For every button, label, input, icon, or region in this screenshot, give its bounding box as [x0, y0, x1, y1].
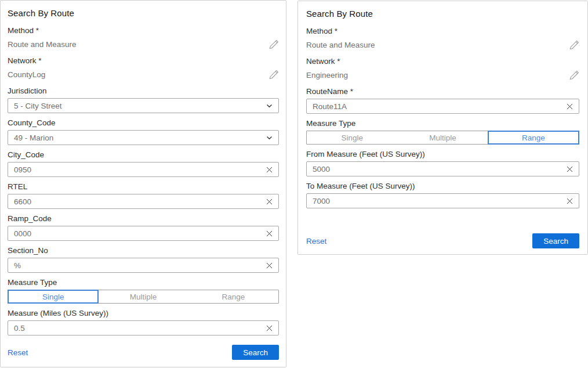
jurisdiction-select[interactable]: 5 - City Street	[8, 98, 279, 113]
jurisdiction-field: Jurisdiction 5 - City Street	[8, 86, 279, 113]
measure-type-option-range[interactable]: Range	[188, 290, 278, 303]
section-no-field: Section_No	[8, 246, 279, 273]
route-name-field: RouteName *	[306, 86, 579, 114]
chevron-down-icon	[266, 136, 273, 140]
clear-ramp-code-button[interactable]	[265, 229, 273, 237]
edit-method-button[interactable]	[569, 39, 579, 50]
network-value: Engineering	[306, 71, 348, 80]
search-button[interactable]: Search	[232, 345, 279, 360]
x-icon	[266, 230, 273, 237]
measure-type-option-range[interactable]: Range	[488, 131, 579, 144]
measure-type-option-multiple[interactable]: Multiple	[98, 290, 188, 303]
measure-type-field: Measure Type Single Multiple Range	[306, 118, 579, 145]
clear-city-code-button[interactable]	[265, 165, 273, 174]
measure-type-label: Measure Type	[8, 277, 279, 287]
from-measure-label: From Measure (Feet (US Survey))	[306, 149, 579, 159]
measure-type-option-single[interactable]: Single	[8, 290, 98, 303]
city-code-input[interactable]	[8, 163, 278, 176]
section-no-label: Section_No	[8, 246, 279, 255]
search-button[interactable]: Search	[532, 233, 579, 248]
x-icon	[266, 198, 273, 205]
network-field: Network * CountyLog	[8, 56, 279, 81]
network-label: Network *	[8, 56, 279, 66]
ramp-code-input[interactable]	[8, 226, 278, 240]
to-measure-label: To Measure (Feet (US Survey))	[306, 181, 579, 191]
clear-measure-button[interactable]	[265, 324, 273, 332]
city-code-field: City_Code	[8, 150, 279, 177]
x-icon	[266, 166, 273, 174]
to-measure-field: To Measure (Feet (US Survey))	[306, 181, 579, 208]
pencil-icon	[569, 70, 579, 80]
county-code-selected-value: 49 - Marion	[14, 134, 53, 142]
network-label: Network *	[306, 56, 579, 66]
x-icon	[566, 197, 574, 205]
method-label: Method *	[306, 26, 579, 36]
chevron-down-icon	[266, 104, 273, 108]
reset-link[interactable]: Reset	[306, 237, 326, 246]
method-field: Method * Route and Measure	[8, 26, 279, 50]
reset-link[interactable]: Reset	[8, 348, 28, 357]
search-by-route-panel-right: Search By Route Method * Route and Measu…	[297, 1, 588, 255]
route-name-input[interactable]	[307, 99, 579, 113]
edit-method-button[interactable]	[268, 39, 279, 49]
footer: Reset Search	[8, 345, 279, 360]
pencil-icon	[569, 40, 579, 50]
edit-network-button[interactable]	[569, 70, 579, 80]
clear-rtel-button[interactable]	[265, 197, 273, 205]
method-value: Route and Measure	[306, 41, 375, 49]
city-code-label: City_Code	[8, 150, 279, 160]
rtel-field: RTEL	[8, 182, 279, 209]
method-field: Method * Route and Measure	[306, 26, 579, 51]
county-code-label: County_Code	[8, 118, 279, 128]
measure-type-segmented-control: Single Multiple Range	[306, 131, 579, 145]
from-measure-input[interactable]	[307, 162, 579, 176]
network-field: Network * Engineering	[306, 56, 579, 81]
clear-route-name-button[interactable]	[565, 102, 574, 110]
measure-label: Measure (Miles (US Survey))	[8, 308, 279, 318]
measure-input[interactable]	[8, 321, 278, 335]
measure-field: Measure (Miles (US Survey))	[8, 308, 279, 335]
measure-type-segmented-control: Single Multiple Range	[8, 290, 279, 304]
ramp-code-label: Ramp_Code	[8, 214, 279, 223]
section-no-input[interactable]	[8, 258, 278, 272]
from-measure-field: From Measure (Feet (US Survey))	[306, 149, 579, 176]
x-icon	[566, 165, 574, 173]
clear-from-measure-button[interactable]	[565, 165, 574, 173]
measure-type-option-single[interactable]: Single	[307, 131, 397, 144]
method-label: Method *	[8, 26, 279, 35]
rtel-label: RTEL	[8, 182, 279, 192]
jurisdiction-label: Jurisdiction	[8, 86, 279, 96]
county-code-select[interactable]: 49 - Marion	[8, 130, 279, 145]
county-code-field: County_Code 49 - Marion	[8, 118, 279, 145]
pencil-icon	[269, 39, 279, 49]
method-value: Route and Measure	[8, 40, 77, 49]
measure-type-field: Measure Type Single Multiple Range	[8, 277, 279, 304]
x-icon	[266, 262, 273, 269]
clear-to-measure-button[interactable]	[565, 197, 574, 205]
x-icon	[266, 324, 273, 332]
clear-section-no-button[interactable]	[265, 261, 273, 269]
measure-type-option-multiple[interactable]: Multiple	[397, 131, 488, 144]
x-icon	[566, 103, 574, 110]
to-measure-input[interactable]	[307, 194, 579, 208]
search-by-route-panel-left: Search By Route Method * Route and Measu…	[0, 0, 286, 367]
page-title: Search By Route	[306, 9, 579, 19]
jurisdiction-selected-value: 5 - City Street	[14, 102, 62, 110]
rtel-input[interactable]	[8, 194, 278, 208]
page-title: Search By Route	[8, 8, 279, 18]
ramp-code-field: Ramp_Code	[8, 214, 279, 241]
measure-type-label: Measure Type	[306, 118, 579, 128]
edit-network-button[interactable]	[268, 69, 279, 80]
pencil-icon	[269, 70, 279, 80]
route-name-label: RouteName *	[306, 86, 579, 96]
footer: Reset Search	[306, 233, 579, 248]
network-value: CountyLog	[8, 70, 45, 79]
